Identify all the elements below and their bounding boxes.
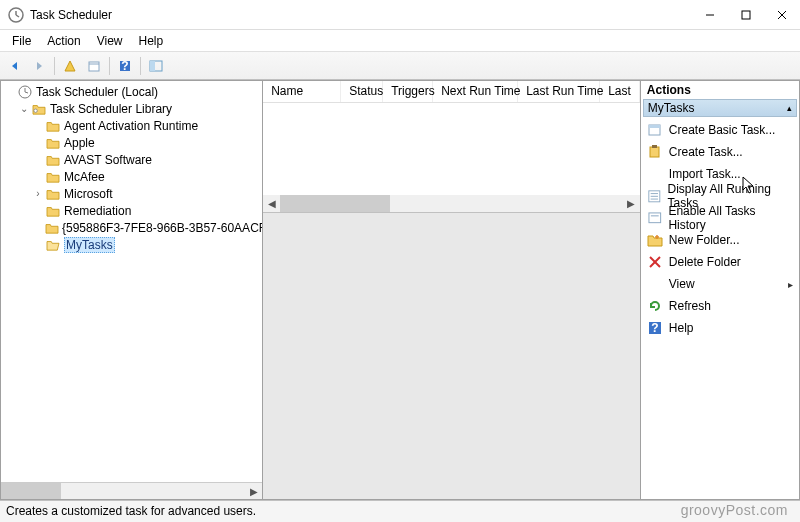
tree-label: Apple xyxy=(64,136,95,150)
history-icon xyxy=(647,210,663,226)
action-create-basic-task[interactable]: Create Basic Task... xyxy=(643,119,797,141)
tree-item-microsoft[interactable]: › Microsoft xyxy=(3,185,260,202)
actions-context-label: MyTasks xyxy=(648,101,695,115)
folder-open-icon xyxy=(45,237,61,253)
tree-item[interactable]: McAfee xyxy=(3,168,260,185)
col-triggers[interactable]: Triggers xyxy=(383,81,433,102)
tree-label: AVAST Software xyxy=(64,153,152,167)
twisty-icon[interactable] xyxy=(3,85,17,99)
actions-panel: Actions MyTasks ▴ Create Basic Task... C… xyxy=(641,80,800,500)
col-name[interactable]: Name xyxy=(263,81,341,102)
expand-icon[interactable]: › xyxy=(31,187,45,201)
svg-text:?: ? xyxy=(651,321,658,335)
back-button[interactable] xyxy=(4,55,26,77)
tree-item-mytasks[interactable]: MyTasks xyxy=(3,236,260,253)
new-folder-icon xyxy=(647,232,663,248)
scroll-thumb[interactable] xyxy=(1,483,61,500)
scroll-right-arrow[interactable]: ▶ xyxy=(623,195,640,212)
tree-panel: Task Scheduler (Local) ⌄ Task Scheduler … xyxy=(0,80,262,500)
col-status[interactable]: Status xyxy=(341,81,383,102)
action-create-task[interactable]: Create Task... xyxy=(643,141,797,163)
close-button[interactable] xyxy=(764,0,800,30)
svg-text:?: ? xyxy=(121,59,128,73)
help-button[interactable]: ? xyxy=(114,55,136,77)
svg-rect-12 xyxy=(150,61,155,71)
scroll-right-arrow[interactable]: ▶ xyxy=(245,483,262,500)
folder-icon xyxy=(45,186,61,202)
list-icon xyxy=(647,188,662,204)
col-nextrun[interactable]: Next Run Time xyxy=(433,81,518,102)
col-lastresult[interactable]: Last xyxy=(600,81,640,102)
chevron-right-icon: ▸ xyxy=(788,279,793,290)
show-hide-tree-button[interactable] xyxy=(145,55,167,77)
action-label: View xyxy=(669,277,695,291)
action-enable-history[interactable]: Enable All Tasks History xyxy=(643,207,797,229)
expand-icon[interactable]: ⌄ xyxy=(17,102,31,116)
actions-list: Create Basic Task... Create Task... Impo… xyxy=(641,117,799,341)
help-icon: ? xyxy=(647,320,663,336)
folder-icon xyxy=(45,220,59,236)
refresh-icon xyxy=(647,298,663,314)
tree-root[interactable]: Task Scheduler (Local) xyxy=(3,83,260,100)
list-body[interactable] xyxy=(263,103,640,195)
blank-icon xyxy=(647,276,663,292)
watermark: groovyPost.com xyxy=(681,502,788,518)
action-new-folder[interactable]: New Folder... xyxy=(643,229,797,251)
tree-label: McAfee xyxy=(64,170,105,184)
tree-label: Microsoft xyxy=(64,187,113,201)
col-lastrun[interactable]: Last Run Time xyxy=(518,81,600,102)
list-header: Name Status Triggers Next Run Time Last … xyxy=(263,81,640,103)
titlebar: Task Scheduler xyxy=(0,0,800,30)
tree[interactable]: Task Scheduler (Local) ⌄ Task Scheduler … xyxy=(1,81,262,482)
library-icon xyxy=(31,101,47,117)
action-label: Delete Folder xyxy=(669,255,741,269)
action-pane-toggle[interactable] xyxy=(59,55,81,77)
svg-line-2 xyxy=(16,15,19,17)
folder-icon xyxy=(45,203,61,219)
tree-label: Task Scheduler Library xyxy=(50,102,172,116)
action-label: Create Task... xyxy=(669,145,743,159)
actions-context[interactable]: MyTasks ▴ xyxy=(643,99,797,117)
action-label: Create Basic Task... xyxy=(669,123,776,137)
tree-item[interactable]: Remediation xyxy=(3,202,260,219)
tree-item[interactable]: Agent Activation Runtime xyxy=(3,117,260,134)
folder-icon xyxy=(45,118,61,134)
folder-icon xyxy=(45,135,61,151)
menu-file[interactable]: File xyxy=(4,32,39,50)
scroll-left-arrow[interactable]: ◀ xyxy=(263,195,280,212)
maximize-button[interactable] xyxy=(728,0,764,30)
delete-icon xyxy=(647,254,663,270)
folder-icon xyxy=(45,169,61,185)
toolbar: ? xyxy=(0,52,800,80)
tree-label: MyTasks xyxy=(64,237,115,253)
wizard-icon xyxy=(647,122,663,138)
menu-view[interactable]: View xyxy=(89,32,131,50)
window-controls xyxy=(692,0,800,30)
task-detail xyxy=(263,213,640,499)
action-label: Refresh xyxy=(669,299,711,313)
minimize-button[interactable] xyxy=(692,0,728,30)
list-scrollbar[interactable]: ◀ ▶ xyxy=(263,195,640,212)
action-refresh[interactable]: Refresh xyxy=(643,295,797,317)
action-label: Help xyxy=(669,321,694,335)
tree-library[interactable]: ⌄ Task Scheduler Library xyxy=(3,100,260,117)
tree-label: Agent Activation Runtime xyxy=(64,119,198,133)
status-text: Creates a customized task for advanced u… xyxy=(6,504,256,518)
collapse-icon[interactable]: ▴ xyxy=(787,103,792,113)
scroll-thumb[interactable] xyxy=(280,195,390,212)
menu-help[interactable]: Help xyxy=(131,32,172,50)
action-help[interactable]: ? Help xyxy=(643,317,797,339)
tree-scrollbar[interactable]: ▶ xyxy=(1,482,262,499)
menu-action[interactable]: Action xyxy=(39,32,88,50)
tree-item[interactable]: Apple xyxy=(3,134,260,151)
action-view-submenu[interactable]: View ▸ xyxy=(643,273,797,295)
tree-item[interactable]: AVAST Software xyxy=(3,151,260,168)
forward-button[interactable] xyxy=(28,55,50,77)
properties-button[interactable] xyxy=(83,55,105,77)
tree-item[interactable]: {595886F3-7FE8-966B-3B57-60AACF398 xyxy=(3,219,260,236)
main-area: Task Scheduler (Local) ⌄ Task Scheduler … xyxy=(0,80,800,500)
task-list: Name Status Triggers Next Run Time Last … xyxy=(263,81,640,213)
tree-label: Task Scheduler (Local) xyxy=(36,85,158,99)
action-delete-folder[interactable]: Delete Folder xyxy=(643,251,797,273)
action-label: New Folder... xyxy=(669,233,740,247)
